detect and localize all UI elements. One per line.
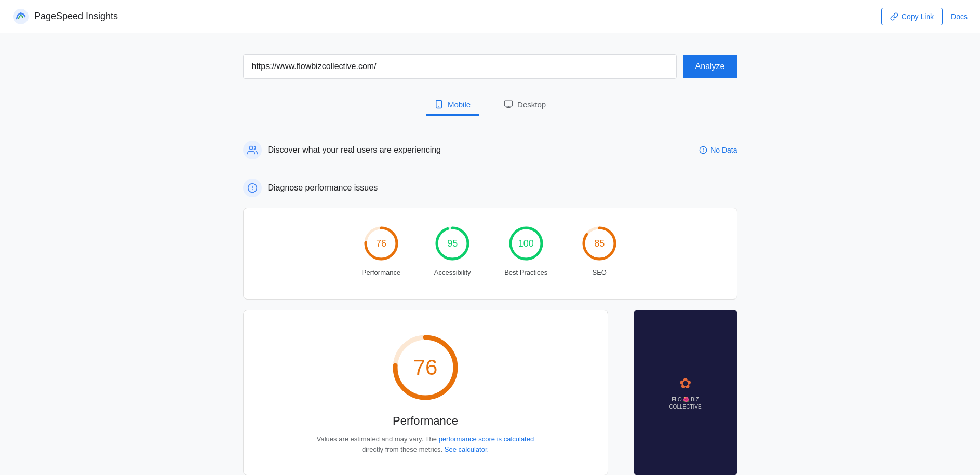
- svg-rect-4: [505, 101, 513, 106]
- perf-desc-text: Values are estimated and may vary. The: [317, 435, 437, 443]
- score-item-performance[interactable]: 76 Performance: [362, 225, 400, 276]
- diagnose-section: Diagnose performance issues 76 Performan…: [243, 179, 737, 475]
- no-data-label: No Data: [710, 146, 737, 154]
- perf-score-link[interactable]: performance score is calculated: [439, 435, 534, 443]
- score-label-seo: SEO: [593, 268, 607, 276]
- copy-link-label: Copy Link: [902, 12, 934, 21]
- score-circle-best-practices: 100: [507, 225, 545, 262]
- diagnose-header: Diagnose performance issues: [243, 179, 737, 197]
- flower-icon: ✿: [679, 375, 691, 392]
- score-num-seo: 85: [594, 238, 605, 249]
- scores-row: 76 Performance 95 Accessibility: [260, 225, 720, 276]
- tab-mobile-label: Mobile: [448, 100, 471, 109]
- score-num-accessibility: 95: [447, 238, 458, 249]
- real-users-title: Discover what your real users are experi…: [268, 145, 441, 155]
- scores-card: 76 Performance 95 Accessibility: [243, 208, 737, 300]
- header-right: Copy Link Docs: [881, 8, 968, 25]
- mobile-icon: [434, 100, 444, 109]
- info-icon: [699, 146, 707, 154]
- see-calculator-link[interactable]: See calculator.: [445, 445, 489, 453]
- main-content: Analyze Mobile Desktop: [231, 33, 750, 475]
- perf-title: Performance: [393, 414, 458, 428]
- svg-point-1: [20, 12, 22, 15]
- real-users-icon: [243, 141, 262, 159]
- copy-link-button[interactable]: Copy Link: [881, 8, 943, 25]
- analyze-button[interactable]: Analyze: [683, 55, 737, 78]
- score-circle-accessibility: 95: [434, 225, 471, 262]
- large-score-num: 76: [413, 355, 438, 380]
- diagnose-icon: [243, 179, 262, 197]
- desktop-icon: [504, 100, 513, 109]
- bottom-section: 76 Performance Values are estimated and …: [243, 310, 737, 475]
- diagnose-title: Diagnose performance issues: [268, 183, 378, 193]
- no-data-indicator[interactable]: No Data: [699, 146, 737, 154]
- section-title-group: Discover what your real users are experi…: [243, 141, 441, 159]
- svg-point-7: [249, 146, 253, 150]
- header-left: PageSpeed Insights: [12, 8, 118, 25]
- link-icon: [890, 12, 898, 21]
- tab-mobile[interactable]: Mobile: [426, 96, 479, 116]
- tab-desktop-label: Desktop: [517, 100, 546, 109]
- score-label-accessibility: Accessibility: [434, 268, 471, 276]
- score-item-seo[interactable]: 85 SEO: [581, 225, 618, 276]
- search-section: Analyze: [243, 54, 737, 79]
- url-input[interactable]: [243, 54, 677, 79]
- vertical-divider: [621, 310, 621, 475]
- screenshot-content: ✿ FLO 🌺 BIZCOLLECTIVE: [634, 310, 737, 475]
- pagespeed-logo: [12, 8, 29, 25]
- screenshot-card: ✿ FLO 🌺 BIZCOLLECTIVE: [634, 310, 737, 475]
- score-circle-seo: 85: [581, 225, 618, 262]
- score-num-performance: 76: [376, 238, 386, 249]
- header: PageSpeed Insights Copy Link Docs: [0, 0, 980, 33]
- score-label-best-practices: Best Practices: [504, 268, 547, 276]
- score-circle-performance: 76: [363, 225, 400, 262]
- app-title: PageSpeed Insights: [34, 11, 118, 22]
- svg-point-0: [13, 9, 29, 24]
- score-item-accessibility[interactable]: 95 Accessibility: [434, 225, 471, 276]
- score-item-best-practices[interactable]: 100 Best Practices: [504, 225, 547, 276]
- large-score-circle: 76: [389, 331, 462, 404]
- screenshot-logo-text: FLO 🌺 BIZCOLLECTIVE: [669, 396, 701, 411]
- tab-desktop[interactable]: Desktop: [495, 96, 554, 116]
- score-label-performance: Performance: [362, 268, 400, 276]
- perf-description: Values are estimated and may vary. The p…: [317, 434, 534, 454]
- score-num-best-practices: 100: [518, 238, 534, 249]
- docs-link[interactable]: Docs: [951, 12, 968, 21]
- perf-desc-text2: directly from these metrics.: [362, 445, 442, 453]
- real-users-section: Discover what your real users are experi…: [243, 132, 737, 168]
- performance-detail-card: 76 Performance Values are estimated and …: [243, 310, 608, 475]
- tabs: Mobile Desktop: [243, 96, 737, 116]
